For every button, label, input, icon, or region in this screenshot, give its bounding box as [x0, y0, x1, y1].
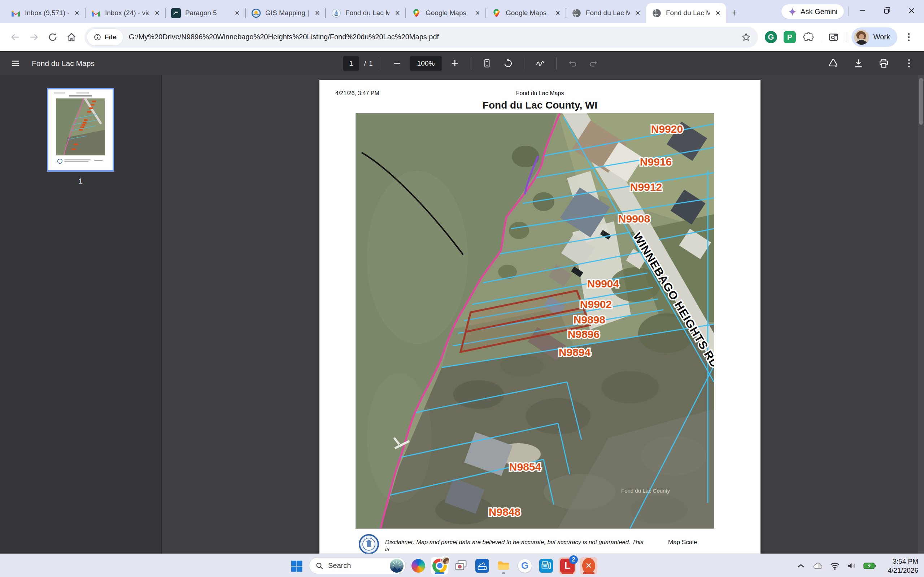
tab-close-icon[interactable]: ×	[634, 9, 642, 17]
page-count: /1	[364, 60, 373, 68]
reload-button[interactable]	[43, 28, 62, 47]
map-title: Fond du Lac County, WI	[320, 100, 761, 111]
rotate-button[interactable]	[500, 56, 516, 71]
window-restore-button[interactable]	[876, 2, 897, 19]
fax-printer-app-icon[interactable]	[538, 557, 555, 574]
green-p-extension-icon[interactable]: P	[782, 29, 798, 45]
tray-chevron-icon[interactable]	[795, 561, 806, 571]
window-close-button[interactable]	[901, 2, 922, 19]
zoom-level-input[interactable]: 100%	[410, 56, 442, 71]
new-tab-button[interactable]: +	[726, 5, 742, 21]
tab-close-icon[interactable]: ×	[714, 9, 722, 17]
zoom-out-button[interactable]	[389, 56, 405, 71]
bookmark-star-button[interactable]	[738, 29, 754, 45]
parcel-label-n9854: N9854	[509, 461, 541, 473]
scrollbar-thumb[interactable]	[919, 78, 923, 125]
browser-tab-2[interactable]: Inbox (24) - vie×	[85, 3, 165, 23]
tab-search-icon[interactable]	[825, 29, 842, 45]
browser-tab-9[interactable]: Fond du Lac M×	[646, 3, 726, 23]
search-icon	[315, 561, 324, 570]
volume-icon[interactable]	[846, 561, 857, 571]
x-app-icon[interactable]: ✕	[580, 557, 597, 574]
tab-close-icon[interactable]: ×	[313, 9, 321, 17]
tab-close-icon[interactable]: ×	[554, 9, 562, 17]
tab-title: Fond du Lac M	[666, 9, 710, 17]
start-button[interactable]	[288, 557, 305, 574]
zoom-in-button[interactable]	[447, 56, 463, 71]
parcel-label-n9920: N9920	[651, 123, 683, 135]
taskbar-search-box[interactable]: Search	[309, 557, 406, 574]
grammarly-extension-icon[interactable]: G	[762, 29, 779, 45]
browser-tab-8[interactable]: Fond du Lac M×	[566, 3, 646, 23]
forward-icon	[29, 32, 39, 43]
browser-tab-4[interactable]: GIS Mapping |×	[246, 3, 326, 23]
url-chip-label: File	[105, 33, 116, 41]
download-icon	[853, 58, 864, 69]
map-image: Fond du Lac County WINNEBAGO HEIGHTS RD …	[356, 113, 714, 528]
parcel-label-n9894: N9894	[559, 346, 591, 358]
forward-button[interactable]	[24, 28, 43, 47]
browser-tab-6[interactable]: Google Maps×	[406, 3, 486, 23]
scanner-app-icon[interactable]	[473, 557, 491, 574]
tray-time: 3:54 PM	[888, 557, 918, 566]
redo-button[interactable]	[586, 56, 602, 71]
fit-page-button[interactable]	[479, 56, 495, 71]
viewer-scrollbar[interactable]	[918, 75, 924, 554]
pdf-toolbar: Fond du Lac Maps 1 /1 100%	[0, 52, 924, 75]
browser-tab-3[interactable]: Paragon 5×	[165, 3, 246, 23]
map-scale-label: Map Scale	[668, 539, 697, 546]
url-scheme-chip[interactable]: File	[87, 29, 123, 45]
home-button[interactable]	[62, 28, 81, 47]
undo-button[interactable]	[565, 56, 581, 71]
print-button[interactable]	[876, 56, 892, 71]
tab-close-icon[interactable]: ×	[474, 9, 481, 17]
redo-icon	[588, 58, 599, 69]
tab-close-icon[interactable]: ×	[73, 9, 81, 17]
restore-icon	[882, 6, 892, 15]
pdf-content-area[interactable]: 4/21/26, 3:47 PM Fond du Lac Maps Fond d…	[162, 75, 924, 554]
pdf-menu-button[interactable]	[7, 56, 23, 71]
page-thumbnail[interactable]	[47, 88, 114, 172]
copilot-app-icon[interactable]	[410, 557, 427, 574]
parcel-label-n9902: N9902	[580, 298, 612, 310]
weather-widget-icon[interactable]	[390, 559, 404, 573]
window-minimize-button[interactable]	[852, 2, 873, 19]
browser-tab-1[interactable]: Inbox (9,571) -×	[5, 3, 85, 23]
windows-logo-icon	[289, 559, 303, 573]
annotate-button[interactable]	[532, 56, 548, 71]
omnibox[interactable]: File G:/My%20Drive/N9896%20Winnebago%20H…	[84, 27, 758, 48]
taskbar-clock[interactable]: 3:54 PM 4/21/2026	[888, 557, 918, 575]
reload-icon	[47, 32, 58, 43]
task-view-icon[interactable]	[452, 557, 470, 574]
back-button[interactable]	[6, 28, 24, 47]
county-seal	[359, 534, 380, 554]
extensions-puzzle-icon[interactable]	[800, 29, 817, 45]
gmaps-favicon-icon	[412, 8, 421, 18]
onedrive-cloud-icon[interactable]	[813, 561, 823, 571]
browser-tab-7[interactable]: Google Maps×	[486, 3, 566, 23]
sailboat-favicon-icon	[331, 8, 341, 18]
url-text[interactable]: G:/My%20Drive/N9896%20Winnebago%20Height…	[129, 33, 738, 41]
tab-close-icon[interactable]: ×	[234, 9, 241, 17]
open-in-acrobat-button[interactable]	[825, 56, 841, 71]
pdf-toolbar-right	[825, 56, 917, 71]
gemini-label: Ask Gemini	[801, 8, 837, 16]
print-icon	[878, 58, 889, 69]
profile-button[interactable]: Work	[851, 27, 897, 47]
pdf-more-options-button[interactable]	[901, 56, 917, 71]
browser-menu-button[interactable]	[901, 29, 917, 45]
tab-close-icon[interactable]: ×	[153, 9, 161, 17]
tab-close-icon[interactable]: ×	[394, 9, 401, 17]
file-explorer-icon[interactable]	[495, 557, 512, 574]
toolbar-divider	[524, 57, 525, 69]
download-button[interactable]	[850, 56, 866, 71]
l-app-icon[interactable]: L2	[559, 557, 576, 574]
browser-tab-5[interactable]: Fond du Lac M×	[326, 3, 406, 23]
tab-title: Inbox (24) - vie	[105, 9, 149, 17]
ask-gemini-button[interactable]: Ask Gemini	[782, 4, 844, 19]
chrome-app-icon[interactable]	[431, 557, 448, 574]
wifi-icon[interactable]	[829, 561, 840, 571]
page-number-input[interactable]: 1	[343, 56, 359, 71]
google-app-icon[interactable]: G	[516, 557, 533, 574]
toolbar-divider	[556, 57, 557, 69]
